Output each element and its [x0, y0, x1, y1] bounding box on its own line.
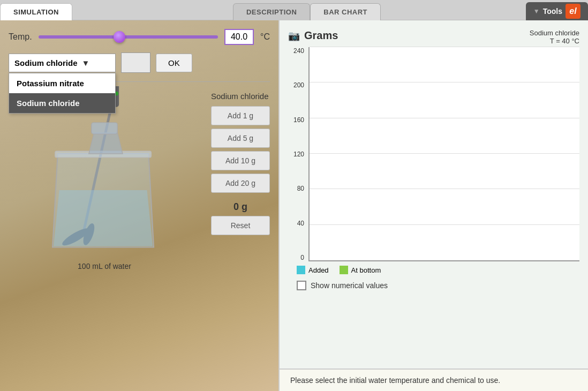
y-label-40: 40	[288, 220, 304, 227]
grid-line-40	[310, 224, 579, 225]
y-label-80: 80	[288, 185, 304, 192]
chemical-selector-row: Sodium chloride ▼ Potassium nitrate Sodi…	[9, 52, 270, 73]
temp-unit: °C	[260, 32, 270, 42]
right-controls: Sodium chloride Add 1 g Add 5 g Add 10 g…	[211, 86, 270, 382]
chevron-icon: ▼	[533, 7, 540, 15]
description-bar: Please select the initial water temperat…	[280, 369, 588, 391]
tools-button[interactable]: ▼ Tools el	[526, 2, 588, 20]
y-label-160: 160	[288, 116, 304, 124]
y-label-120: 120	[288, 151, 304, 158]
chart-area: 📷 Grams Sodium chloride T = 40 °C 0 40 8…	[280, 20, 588, 369]
tools-label: Tools	[543, 7, 562, 16]
legend-added: Added	[297, 266, 329, 274]
chart-title: Grams	[304, 29, 338, 42]
show-values-label: Show numerical values	[311, 281, 388, 290]
amount-display: 0 g	[211, 201, 270, 213]
reset-button[interactable]: Reset	[211, 216, 270, 235]
tab-description[interactable]: DESCRIPTION	[233, 3, 310, 20]
beaker-label: 100 mL of water	[78, 262, 131, 270]
selected-chemical-label: Sodium chloride	[14, 58, 78, 67]
slider-thumb[interactable]	[114, 31, 125, 43]
beaker-area: 100 mL of water Sodium chloride Add 1 g …	[9, 86, 270, 382]
tab-simulation[interactable]: SIMULATION	[0, 3, 72, 20]
ok-button[interactable]: OK	[156, 54, 192, 72]
y-label-200: 200	[288, 81, 304, 89]
chart-subtitle: Sodium chloride	[530, 29, 579, 37]
at-bottom-label: At bottom	[351, 266, 381, 274]
slider-track	[39, 35, 218, 39]
y-label-240: 240	[288, 47, 304, 55]
added-swatch	[297, 266, 305, 274]
y-axis: 0 40 80 120 160 200 240	[288, 47, 308, 261]
show-values-checkbox[interactable]	[297, 281, 306, 290]
show-values-row: Show numerical values	[288, 279, 579, 297]
chemical-dropdown[interactable]: Sodium chloride ▼ Potassium nitrate Sodi…	[9, 54, 116, 72]
grid-line-200	[310, 82, 579, 82]
temp-label: Temp.	[9, 32, 32, 42]
chart-panel: 📷 Grams Sodium chloride T = 40 °C 0 40 8…	[278, 20, 588, 391]
added-label: Added	[308, 266, 329, 274]
camera-icon[interactable]: 📷	[288, 30, 300, 42]
add-1g-button[interactable]: Add 1 g	[211, 106, 270, 125]
dropdown-item-sodium[interactable]: Sodium chloride	[9, 93, 115, 113]
add-5g-button[interactable]: Add 5 g	[211, 129, 270, 148]
temp-slider[interactable]	[39, 32, 218, 42]
dropdown-menu: Potassium nitrate Sodium chloride	[9, 73, 116, 114]
dropdown-arrow-icon: ▼	[82, 58, 90, 67]
substance-label: Sodium chloride	[211, 92, 269, 101]
add-20g-button[interactable]: Add 20 g	[211, 174, 270, 193]
grid-container	[308, 47, 579, 261]
add-10g-button[interactable]: Add 10 g	[211, 151, 270, 170]
grid-line-120	[310, 153, 579, 154]
chart-grid: 0 40 80 120 160 200 240	[288, 47, 579, 261]
tools-logo: el	[566, 4, 581, 19]
y-label-0: 0	[288, 254, 304, 261]
dropdown-item-potassium[interactable]: Potassium nitrate	[9, 73, 115, 93]
legend-at-bottom: At bottom	[340, 266, 381, 274]
chart-temp: T = 40 °C	[530, 37, 579, 45]
grid-line-160	[310, 118, 579, 118]
chem-input[interactable]	[121, 52, 150, 73]
description-text: Please select the initial water temperat…	[290, 376, 500, 385]
grid-line-240	[310, 47, 579, 47]
grid-line-80	[310, 189, 579, 189]
temp-value[interactable]: 40.0	[224, 29, 254, 45]
beaker-container: 100 mL of water	[9, 86, 200, 382]
svg-rect-8	[92, 123, 117, 134]
at-bottom-swatch	[340, 266, 348, 274]
legend-row: Added At bottom	[288, 261, 579, 279]
tab-barchart[interactable]: BAR CHART	[310, 3, 381, 20]
simulation-panel: Temp. 40.0 °C Sodium chloride ▼ Potassiu…	[0, 20, 278, 391]
